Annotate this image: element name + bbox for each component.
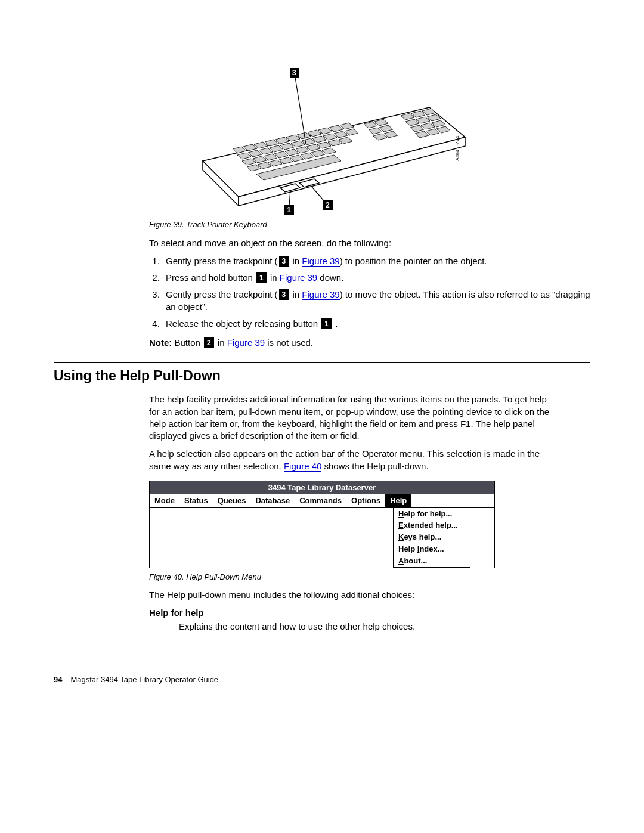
callout-1: 1 <box>321 318 332 329</box>
step-2: Press and hold button 1 in Figure 39 dow… <box>162 272 590 284</box>
figure-39-link[interactable]: Figure 39 <box>302 256 339 267</box>
svg-text:1: 1 <box>287 206 291 214</box>
figure-keyboard-illustration: 3 1 2 A06C0274 <box>167 60 477 215</box>
after-menu-text: The Help pull-down menu includes the fol… <box>149 589 555 601</box>
section-rule <box>54 362 590 363</box>
figure-40-caption: Figure 40. Help Pull-Down Menu <box>149 572 590 583</box>
menu-help[interactable]: Help <box>385 494 411 507</box>
dl-def-help-for-help: Explains the content and how to use the … <box>179 621 590 633</box>
figure-39-link[interactable]: Figure 39 <box>280 272 317 283</box>
help-para-1: The help facility provides additional in… <box>149 394 555 442</box>
menu-options[interactable]: Options <box>346 494 385 507</box>
menu-mode[interactable]: Mode <box>150 494 179 507</box>
page-number: 94 <box>54 674 62 685</box>
svg-text:2: 2 <box>326 201 330 209</box>
callout-2: 2 <box>204 337 214 348</box>
callout-1: 1 <box>256 272 267 283</box>
help-para-2: A help selection also appears on the act… <box>149 448 555 472</box>
menu-database[interactable]: Database <box>250 494 295 507</box>
step-3: Gently press the trackpoint (3 in Figure… <box>162 289 590 313</box>
book-title: Magstar 3494 Tape Library Operator Guide <box>70 675 218 684</box>
dd-about[interactable]: About... <box>394 555 470 567</box>
menu-queues[interactable]: Queues <box>213 494 251 507</box>
steps-list: Gently press the trackpoint (3 in Figure… <box>149 255 590 330</box>
note-label: Note: <box>149 337 172 348</box>
note-line: Note: Button 2 in Figure 39 is not used. <box>149 337 590 349</box>
figure-39-caption: Figure 39. Track Pointer Keyboard <box>149 219 590 230</box>
callout-3: 3 <box>279 289 289 300</box>
menu-status[interactable]: Status <box>179 494 213 507</box>
figure-39-link[interactable]: Figure 39 <box>302 289 339 300</box>
figure-40-link[interactable]: Figure 40 <box>284 461 321 472</box>
menu-bar: Mode Status Queues Database Commands Opt… <box>150 494 494 508</box>
svg-line-66 <box>310 185 326 203</box>
help-pulldown-window: 3494 Tape Library Dataserver Mode Status… <box>149 481 495 568</box>
dd-help-index[interactable]: Help index... <box>394 543 470 555</box>
intro-text: To select and move an object on the scre… <box>149 237 555 249</box>
help-dropdown: Help for help... Extended help... Keys h… <box>393 507 470 568</box>
step-4: Release the object by releasing button 1… <box>162 318 590 330</box>
window-title: 3494 Tape Library Dataserver <box>150 481 494 495</box>
dd-keys-help[interactable]: Keys help... <box>394 531 470 543</box>
callout-3: 3 <box>279 256 289 267</box>
section-heading: Using the Help Pull-Down <box>54 367 590 385</box>
dd-help-for-help[interactable]: Help for help... <box>394 508 470 520</box>
menu-commands[interactable]: Commands <box>295 494 346 507</box>
svg-text:3: 3 <box>292 69 296 77</box>
figure-39-link[interactable]: Figure 39 <box>227 337 265 348</box>
svg-text:A06C0274: A06C0274 <box>454 135 460 161</box>
dd-extended-help[interactable]: Extended help... <box>394 519 470 531</box>
dl-term-help-for-help: Help for help <box>149 607 590 619</box>
page-footer: 94Magstar 3494 Tape Library Operator Gui… <box>54 674 590 685</box>
step-1: Gently press the trackpoint (3 in Figure… <box>162 255 590 267</box>
